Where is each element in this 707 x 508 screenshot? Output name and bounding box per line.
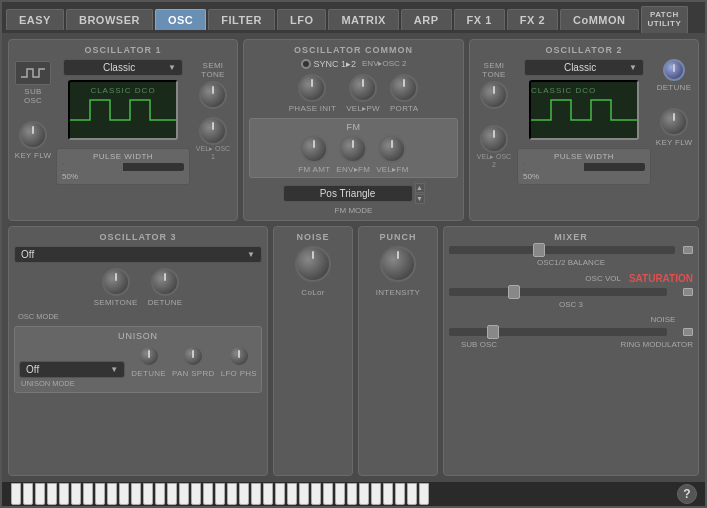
- osc2-vel-knob[interactable]: [480, 125, 508, 153]
- tab-fx1[interactable]: FX 1: [454, 9, 505, 30]
- key-white[interactable]: [95, 483, 105, 505]
- key-white[interactable]: [311, 483, 321, 505]
- key-white[interactable]: [371, 483, 381, 505]
- key-white[interactable]: [191, 483, 201, 505]
- unison-pan-sprd-knob[interactable]: [182, 345, 204, 367]
- key-white[interactable]: [227, 483, 237, 505]
- tab-filter[interactable]: FILTER: [208, 9, 275, 30]
- key-white[interactable]: [383, 483, 393, 505]
- key-white[interactable]: [155, 483, 165, 505]
- sub-osc-slider[interactable]: [449, 328, 667, 336]
- key-white[interactable]: [179, 483, 189, 505]
- env-fm-knob[interactable]: [339, 135, 367, 163]
- help-button[interactable]: ?: [677, 484, 697, 504]
- porta-knob[interactable]: [390, 74, 418, 102]
- key-white[interactable]: [131, 483, 141, 505]
- noise-color-knob[interactable]: [295, 246, 331, 282]
- key-white[interactable]: [83, 483, 93, 505]
- vel-pw-knob[interactable]: [349, 74, 377, 102]
- osc2-wave-text: Classic: [531, 62, 629, 73]
- key-white[interactable]: [419, 483, 429, 505]
- tab-osc[interactable]: OSC: [155, 9, 206, 30]
- key-white[interactable]: [299, 483, 309, 505]
- osc1-semitone-knob[interactable]: [199, 81, 227, 109]
- key-white[interactable]: [143, 483, 153, 505]
- main-content: OSCILLATOR 1 SUB OSC: [2, 33, 705, 482]
- key-white[interactable]: [23, 483, 33, 505]
- osc12-balance-mini-slider[interactable]: [683, 246, 693, 254]
- key-white[interactable]: [11, 483, 21, 505]
- osc2-title: OSCILLATOR 2: [475, 45, 693, 55]
- key-white[interactable]: [71, 483, 81, 505]
- key-white[interactable]: [167, 483, 177, 505]
- osc1-pulse-width-slider[interactable]: [62, 163, 184, 171]
- noise-color-label: CoLor: [301, 288, 324, 297]
- tab-patch-utility[interactable]: PATCHUTILITY: [641, 6, 689, 33]
- tab-lfo[interactable]: LFO: [277, 9, 327, 30]
- key-white[interactable]: [47, 483, 57, 505]
- unison-title: UNISON: [19, 331, 257, 341]
- sub-osc-mini-slider[interactable]: [683, 328, 693, 336]
- key-white[interactable]: [347, 483, 357, 505]
- fm-mode-up-arrow[interactable]: ▲: [415, 183, 425, 193]
- osc3-mode-dropdown[interactable]: Off ▼: [14, 246, 262, 263]
- osc3-semitone-knob[interactable]: [102, 268, 130, 296]
- key-white[interactable]: [395, 483, 405, 505]
- osc3-detune-knob[interactable]: [151, 268, 179, 296]
- osc1-key-flw-knob[interactable]: [19, 121, 47, 149]
- osc3-handle[interactable]: [508, 285, 520, 299]
- fm-mode-down-arrow[interactable]: ▼: [415, 194, 425, 204]
- osc12-balance-slider[interactable]: [449, 246, 675, 254]
- osc3-slider[interactable]: [449, 288, 667, 296]
- key-white[interactable]: [287, 483, 297, 505]
- osc2-semitone-knob[interactable]: [480, 81, 508, 109]
- env-osc2-label: ENV▸OSC 2: [362, 59, 406, 68]
- osc2-wave-selector[interactable]: Classic ▼: [524, 59, 644, 76]
- key-white[interactable]: [239, 483, 249, 505]
- key-white[interactable]: [35, 483, 45, 505]
- osc1-vel-knob[interactable]: [199, 117, 227, 145]
- key-white[interactable]: [407, 483, 417, 505]
- osc1-vel-label: VEL▸ OSC 1: [194, 145, 232, 160]
- osc-common-title: OSCILLATOR COMMON: [249, 45, 458, 55]
- key-white[interactable]: [107, 483, 117, 505]
- tab-common[interactable]: CoMMON: [560, 9, 639, 30]
- key-white[interactable]: [323, 483, 333, 505]
- sync-button[interactable]: SYNC 1▸2: [301, 59, 357, 69]
- tab-arp[interactable]: ARP: [401, 9, 452, 30]
- unison-lfo-phs-knob[interactable]: [228, 345, 250, 367]
- key-white[interactable]: [251, 483, 261, 505]
- key-white[interactable]: [335, 483, 345, 505]
- key-white[interactable]: [59, 483, 69, 505]
- phase-init-knob[interactable]: [298, 74, 326, 102]
- sub-osc-handle[interactable]: [487, 325, 499, 339]
- tab-fx2[interactable]: FX 2: [507, 9, 558, 30]
- vel-fm-knob[interactable]: [378, 135, 406, 163]
- vel-pw-label: VEL▸PW: [346, 104, 380, 113]
- key-white[interactable]: [275, 483, 285, 505]
- key-white[interactable]: [263, 483, 273, 505]
- unison-mode-dropdown[interactable]: Off ▼: [19, 361, 125, 378]
- fm-mode-dropdown[interactable]: Pos Triangle: [283, 185, 413, 202]
- osc1-wave-selector[interactable]: Classic ▼: [63, 59, 183, 76]
- sync-row: SYNC 1▸2 ENV▸OSC 2: [301, 59, 407, 69]
- punch-intensity-knob[interactable]: [380, 246, 416, 282]
- key-white[interactable]: [119, 483, 129, 505]
- osc2-detune-label: DETUNE: [657, 83, 692, 92]
- osc3-mini-slider[interactable]: [683, 288, 693, 296]
- key-white[interactable]: [215, 483, 225, 505]
- osc2-detune-knob[interactable]: [663, 59, 685, 81]
- osc2-pulse-width-slider[interactable]: [523, 163, 645, 171]
- unison-detune-knob[interactable]: [138, 345, 160, 367]
- osc12-balance-handle[interactable]: [533, 243, 545, 257]
- osc2-key-flw-knob[interactable]: [660, 108, 688, 136]
- sub-osc-row: [449, 328, 693, 336]
- key-white[interactable]: [203, 483, 213, 505]
- tab-browser[interactable]: BROWSER: [66, 9, 153, 30]
- tab-easy[interactable]: EASY: [6, 9, 64, 30]
- key-white[interactable]: [359, 483, 369, 505]
- fm-amt-knob[interactable]: [300, 135, 328, 163]
- sub-osc-button[interactable]: [15, 61, 51, 85]
- unison-mode-text: Off: [26, 364, 110, 375]
- tab-matrix[interactable]: MATRIX: [328, 9, 398, 30]
